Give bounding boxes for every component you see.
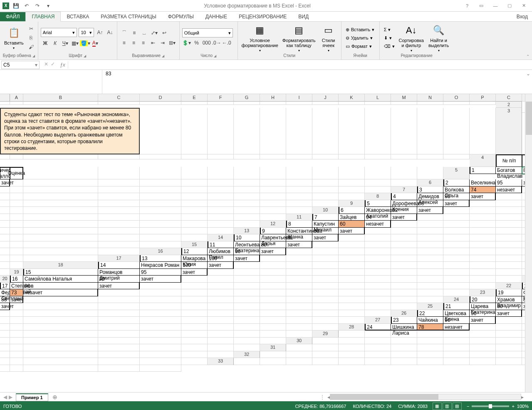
- cell[interactable]: [0, 214, 10, 221]
- cell[interactable]: [208, 276, 234, 283]
- cell[interactable]: [23, 310, 98, 317]
- align-bottom-button[interactable]: ⎵: [140, 28, 149, 37]
- cell[interactable]: [181, 186, 208, 194]
- cell[interactable]: [339, 317, 365, 324]
- comma-style-button[interactable]: 000: [202, 38, 211, 47]
- cell[interactable]: [140, 310, 181, 317]
- minimize-button[interactable]: —: [490, 2, 500, 10]
- cell[interactable]: [391, 154, 417, 159]
- cell[interactable]: [234, 167, 260, 179]
- fx-icon[interactable]: ƒx: [57, 61, 68, 69]
- align-right-button[interactable]: ≡: [139, 38, 148, 47]
- cell[interactable]: [23, 338, 98, 345]
- cell[interactable]: [208, 330, 234, 338]
- cell[interactable]: [0, 310, 10, 317]
- expand-formula-bar-button[interactable]: ⌄: [525, 70, 532, 94]
- cell[interactable]: [417, 241, 443, 248]
- row-header[interactable]: 27: [365, 317, 391, 324]
- cell[interactable]: [391, 221, 417, 228]
- cell[interactable]: [496, 234, 522, 241]
- cell[interactable]: [260, 262, 286, 269]
- cell[interactable]: [10, 344, 23, 351]
- cell-name[interactable]: Храмов Владимир: [496, 296, 522, 303]
- cell[interactable]: [470, 248, 496, 255]
- row-header[interactable]: 18: [23, 262, 98, 269]
- cell[interactable]: [312, 255, 339, 262]
- cell[interactable]: [286, 276, 312, 283]
- cell[interactable]: [496, 330, 522, 338]
- cell[interactable]: [181, 358, 208, 365]
- cell[interactable]: [391, 108, 417, 154]
- cell[interactable]: [23, 248, 98, 255]
- cell[interactable]: [208, 167, 234, 179]
- cell[interactable]: [140, 179, 181, 186]
- cell-score[interactable]: 96: [443, 317, 470, 324]
- cell[interactable]: [391, 303, 417, 310]
- cell[interactable]: [0, 330, 10, 338]
- cell[interactable]: [260, 303, 286, 310]
- cell[interactable]: [391, 255, 417, 262]
- cell[interactable]: [23, 255, 98, 262]
- cell[interactable]: [23, 167, 98, 179]
- cell[interactable]: [181, 317, 208, 324]
- cell[interactable]: [339, 303, 365, 310]
- cell[interactable]: [417, 108, 443, 154]
- cell-name[interactable]: Богатов Владислав: [496, 167, 522, 174]
- cell[interactable]: [234, 317, 260, 324]
- cell[interactable]: [286, 283, 312, 290]
- redo-button[interactable]: ↷: [33, 2, 42, 10]
- cell-score[interactable]: 95: [496, 179, 522, 186]
- cell[interactable]: [443, 102, 470, 105]
- cell[interactable]: [312, 283, 339, 290]
- cell[interactable]: [208, 283, 234, 290]
- cell[interactable]: [208, 338, 234, 345]
- cell[interactable]: [312, 108, 339, 154]
- cell[interactable]: [234, 324, 260, 331]
- cell[interactable]: [0, 351, 10, 358]
- cell[interactable]: [23, 154, 98, 159]
- cell[interactable]: [365, 186, 391, 194]
- column-header[interactable]: C: [98, 94, 140, 102]
- cell-name[interactable]: Самойлова Наталья: [23, 276, 98, 283]
- cell[interactable]: [365, 102, 391, 105]
- cell-grade[interactable]: зачет: [443, 200, 470, 207]
- cell[interactable]: [23, 365, 98, 372]
- cell[interactable]: [208, 207, 234, 214]
- cell[interactable]: [98, 296, 140, 303]
- cell[interactable]: [365, 167, 391, 179]
- cell[interactable]: [470, 108, 496, 154]
- cell[interactable]: [0, 193, 10, 200]
- cell-name[interactable]: Капустин Михаил: [312, 221, 339, 228]
- row-header[interactable]: 29: [312, 330, 339, 338]
- cell[interactable]: [286, 351, 312, 358]
- cell[interactable]: [339, 193, 365, 200]
- cell-num[interactable]: 5: [365, 200, 391, 207]
- cell[interactable]: [312, 193, 339, 200]
- cell[interactable]: [140, 234, 181, 241]
- cell[interactable]: [286, 179, 312, 186]
- cell[interactable]: [208, 289, 234, 296]
- row-header[interactable]: 23: [470, 289, 496, 296]
- row-header[interactable]: 12: [260, 221, 286, 228]
- scrollbar-thumb[interactable]: [526, 102, 532, 135]
- cell[interactable]: [417, 269, 443, 276]
- cell[interactable]: [98, 324, 140, 331]
- cell-grade[interactable]: незачет: [365, 221, 391, 228]
- cell[interactable]: [365, 234, 391, 241]
- cell[interactable]: [417, 167, 443, 179]
- row-header[interactable]: 22: [496, 283, 522, 290]
- cell[interactable]: [365, 108, 391, 154]
- cell[interactable]: [181, 207, 208, 214]
- font-size-select[interactable]: 10▾: [79, 28, 94, 37]
- cell[interactable]: [443, 154, 470, 159]
- tab-главная[interactable]: ГЛАВНАЯ: [25, 12, 61, 22]
- cell[interactable]: [234, 214, 260, 221]
- tab-вид[interactable]: ВИД: [292, 12, 314, 21]
- cell[interactable]: [339, 186, 365, 194]
- cell[interactable]: [23, 344, 98, 351]
- cell[interactable]: [10, 330, 23, 338]
- cell[interactable]: [260, 283, 286, 290]
- cell[interactable]: [496, 193, 522, 200]
- conditional-formatting-button[interactable]: ▦ Условное форматирование▾: [240, 23, 280, 53]
- cell-name[interactable]: Федорова Светлана: [0, 289, 10, 296]
